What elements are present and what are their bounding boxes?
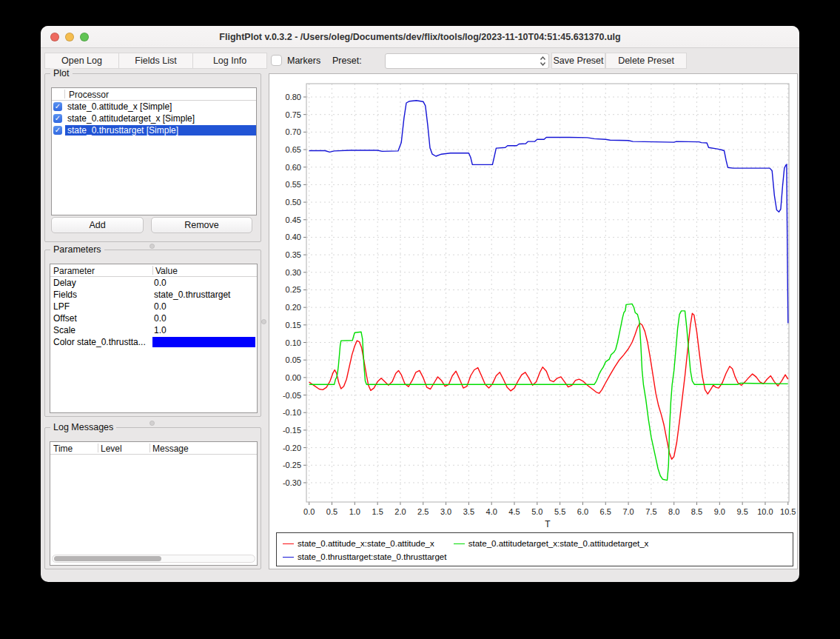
- add-button[interactable]: Add: [51, 217, 144, 233]
- legend-line-sample-icon: [283, 543, 294, 544]
- plot-panel: Plot Processor ✓state_0.attitude_x [Simp…: [44, 73, 261, 242]
- svg-text:0.70: 0.70: [286, 127, 301, 136]
- svg-text:10.5: 10.5: [780, 507, 796, 516]
- parameter-value[interactable]: 1.0: [152, 325, 257, 335]
- svg-text:0.25: 0.25: [286, 285, 301, 294]
- delete-preset-button[interactable]: Delete Preset: [605, 53, 687, 69]
- svg-text:0.30: 0.30: [286, 268, 301, 277]
- parameters-table-header: Parameter Value: [50, 264, 257, 277]
- parameter-row[interactable]: Color state_0.thrustta...: [50, 336, 257, 348]
- field-list-item-label[interactable]: state_0.attitudetarget_x [Simple]: [65, 113, 197, 124]
- svg-text:1.0: 1.0: [349, 507, 360, 516]
- open-log-button[interactable]: Open Log: [44, 53, 119, 69]
- svg-text:5.5: 5.5: [554, 507, 565, 516]
- legend-item: state_0.attitude_x:state_0.attitude_x: [283, 539, 434, 548]
- parameter-value[interactable]: 0.0: [152, 301, 257, 312]
- field-checkbox-checked-icon[interactable]: ✓: [53, 102, 62, 111]
- field-list-row[interactable]: ✓state_0.attitudetarget_x [Simple]: [52, 113, 256, 124]
- column-divider: [98, 444, 98, 452]
- svg-text:6.0: 6.0: [577, 507, 588, 516]
- parameter-row[interactable]: Delay0.0: [50, 277, 257, 289]
- save-preset-button[interactable]: Save Preset: [551, 53, 605, 69]
- column-divider: [152, 266, 153, 275]
- window-title: FlightPlot v.0.3.2 - /Users/oleg/Documen…: [100, 26, 740, 48]
- zoom-window-button[interactable]: [80, 33, 89, 41]
- svg-text:3.5: 3.5: [463, 507, 474, 516]
- svg-text:0.45: 0.45: [286, 215, 301, 224]
- svg-text:7.5: 7.5: [645, 507, 656, 516]
- field-list-item-label[interactable]: state_0.attitude_x [Simple]: [65, 101, 174, 112]
- combobox-stepper-icon[interactable]: [540, 56, 546, 67]
- parameter-row[interactable]: Offset0.0: [50, 312, 257, 324]
- minimize-window-button[interactable]: [65, 33, 74, 41]
- column-divider: [149, 444, 150, 452]
- svg-text:3.0: 3.0: [440, 507, 451, 516]
- chart-legend: state_0.attitude_x:state_0.attitude_xsta…: [276, 532, 793, 566]
- parameter-row[interactable]: Fieldsstate_0.thrusttarget: [50, 289, 257, 301]
- svg-text:8.0: 8.0: [668, 507, 679, 516]
- splitter-handle[interactable]: [261, 319, 266, 324]
- series-line-1: [309, 304, 788, 480]
- parameters-table[interactable]: Parameter Value Delay0.0Fieldsstate_0.th…: [50, 264, 258, 413]
- parameter-name: Scale: [50, 325, 152, 335]
- svg-text:0.05: 0.05: [286, 355, 301, 364]
- svg-text:0.65: 0.65: [286, 145, 301, 154]
- svg-text:2.0: 2.0: [394, 507, 406, 516]
- horizontal-scrollbar[interactable]: [52, 555, 255, 563]
- svg-text:5.0: 5.0: [531, 507, 542, 516]
- field-list-row[interactable]: ✓state_0.thrusttarget [Simple]: [52, 124, 256, 136]
- svg-text:0.75: 0.75: [286, 110, 301, 119]
- plot-frame: [306, 84, 789, 502]
- svg-text:-0.05: -0.05: [283, 391, 301, 400]
- legend-item-label: state_0.thrusttarget:state_0.thrusttarge…: [298, 552, 446, 561]
- svg-text:0.55: 0.55: [286, 180, 301, 189]
- svg-text:0.50: 0.50: [286, 198, 301, 207]
- svg-text:0.15: 0.15: [286, 321, 301, 329]
- svg-text:0.80: 0.80: [286, 93, 301, 101]
- parameter-value[interactable]: 0.0: [152, 313, 257, 324]
- log-messages-panel: Log Messages Time Level Message: [44, 427, 261, 569]
- axis-tick-labels: 0.00.51.01.52.02.53.03.54.04.55.05.56.06…: [283, 93, 796, 516]
- close-window-button[interactable]: [50, 33, 59, 41]
- parameter-row[interactable]: LPF0.0: [50, 301, 257, 312]
- svg-text:0.5: 0.5: [326, 507, 337, 516]
- fields-list-button[interactable]: Fields List: [118, 53, 193, 69]
- parameter-value[interactable]: 0.0: [152, 278, 257, 288]
- axis-ticks: [303, 97, 788, 505]
- scrollbar-thumb[interactable]: [54, 556, 161, 561]
- splitter-handle[interactable]: [149, 244, 155, 249]
- remove-button[interactable]: Remove: [151, 217, 252, 233]
- legend-item-label: state_0.attitude_x:state_0.attitude_x: [298, 539, 434, 548]
- svg-text:0.10: 0.10: [286, 338, 301, 347]
- parameter-value[interactable]: state_0.thrusttarget: [152, 290, 257, 300]
- splitter-handle[interactable]: [149, 421, 155, 426]
- level-column-header: Level: [101, 444, 122, 454]
- message-column-header: Message: [152, 444, 189, 454]
- parameter-row[interactable]: Scale1.0: [50, 324, 257, 336]
- field-list-row[interactable]: ✓state_0.attitude_x [Simple]: [52, 101, 256, 113]
- field-list-header: Processor: [52, 88, 256, 101]
- svg-text:9.5: 9.5: [736, 507, 747, 516]
- time-column-header: Time: [53, 444, 73, 454]
- svg-text:6.5: 6.5: [600, 507, 611, 516]
- svg-text:2.5: 2.5: [417, 507, 429, 516]
- color-swatch[interactable]: [152, 337, 255, 347]
- field-checkbox-checked-icon[interactable]: ✓: [53, 126, 62, 135]
- series-line-0: [309, 313, 788, 459]
- markers-label: Markers: [287, 56, 320, 66]
- svg-text:0.60: 0.60: [286, 163, 301, 172]
- svg-text:4.5: 4.5: [508, 507, 520, 516]
- legend-item: state_0.thrusttarget:state_0.thrusttarge…: [283, 552, 446, 561]
- log-info-button[interactable]: Log Info: [192, 53, 267, 69]
- grid-lines: [306, 84, 789, 502]
- field-checkbox-checked-icon[interactable]: ✓: [53, 114, 62, 123]
- svg-text:0.35: 0.35: [286, 250, 301, 259]
- field-list[interactable]: Processor ✓state_0.attitude_x [Simple]✓s…: [51, 87, 257, 215]
- preset-combobox[interactable]: [385, 53, 549, 69]
- plot-panel-title: Plot: [50, 68, 73, 78]
- markers-checkbox[interactable]: [271, 55, 282, 66]
- log-messages-table[interactable]: Time Level Message: [50, 441, 258, 566]
- field-list-item-label[interactable]: state_0.thrusttarget [Simple]: [65, 125, 256, 136]
- chart-canvas[interactable]: 0.00.51.01.52.02.53.03.54.04.55.05.56.06…: [269, 74, 797, 529]
- processor-column-header: Processor: [69, 90, 109, 100]
